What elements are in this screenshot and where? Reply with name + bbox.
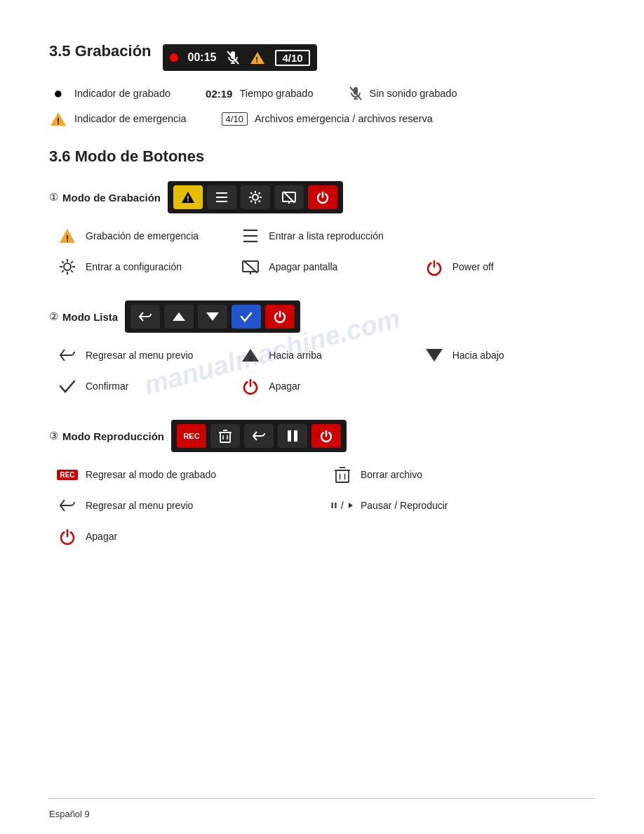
mode-3-header: ③ Modo Reproducción REC bbox=[49, 420, 595, 452]
legend-counter-label: Archivos emergencia / archivos reserva bbox=[255, 113, 433, 124]
feature-check-2: Confirmar bbox=[56, 375, 228, 397]
feature-menu: Entrar a lista reproducción bbox=[239, 225, 411, 247]
power-btn-3[interactable] bbox=[311, 424, 341, 448]
mode-3-num: ③ bbox=[49, 430, 58, 442]
mode-2-label: Modo Lista bbox=[62, 311, 118, 323]
status-bar: 00:15 ! 4/10 bbox=[163, 44, 317, 71]
mode-2-header: ② Modo Lista bbox=[49, 300, 595, 333]
mode-2-btn-bar bbox=[125, 300, 300, 333]
pause-btn-3[interactable] bbox=[278, 424, 307, 448]
mode-2-num: ② bbox=[49, 310, 58, 323]
feature-trash-3: Borrar archivo bbox=[331, 463, 595, 486]
feature-pause-3-label: Pausar / Reproducir bbox=[361, 500, 448, 511]
back-btn-3[interactable] bbox=[244, 424, 274, 448]
mode-3-label: Modo Reproducción bbox=[62, 430, 164, 442]
rec-badge-icon: REC bbox=[57, 470, 77, 480]
footer-text: Español 9 bbox=[49, 809, 90, 819]
svg-text:!: ! bbox=[187, 195, 189, 203]
trash-btn-3[interactable] bbox=[210, 424, 240, 448]
feature-back-3-label: Regresar al menu previo bbox=[86, 500, 193, 511]
feature-screen-label: Apagar pantalla bbox=[269, 261, 337, 272]
svg-text:!: ! bbox=[66, 234, 69, 244]
feature-emergency-label: Grabación de emergencia bbox=[86, 230, 199, 241]
svg-point-14 bbox=[253, 194, 258, 200]
section-35-title: 3.5 Grabación bbox=[49, 42, 152, 60]
legend-item-mic: Sin sonido grabado bbox=[349, 86, 457, 101]
section-36-title: 3.6 Modo de Botones bbox=[49, 147, 595, 166]
legend-section: ● Indicador de grabado 02:19 Tiempo grab… bbox=[49, 84, 595, 126]
legend-dot-label: Indicador de grabado bbox=[74, 88, 170, 99]
power-btn-2[interactable] bbox=[265, 305, 295, 329]
feature-up-2-label: Hacia arriba bbox=[269, 350, 321, 361]
feature-menu-label: Entrar a lista reproducción bbox=[269, 230, 383, 241]
legend-item-warning: ! Indicador de emergencia bbox=[49, 111, 187, 126]
legend-time-value: 02:19 bbox=[206, 88, 232, 100]
svg-rect-34 bbox=[294, 430, 297, 442]
svg-rect-28 bbox=[220, 432, 230, 442]
feature-rec-3: REC Regresar al modo de grabado bbox=[56, 463, 320, 486]
feature-screen: Apagar pantalla bbox=[239, 256, 411, 278]
svg-point-23 bbox=[64, 263, 71, 270]
mode-1-section: ① Modo de Grabación ! bbox=[49, 181, 595, 278]
feature-gear: Entrar a configuración bbox=[56, 256, 228, 278]
legend-mic-label: Sin sonido grabado bbox=[370, 88, 457, 99]
feature-gear-label: Entrar a configuración bbox=[86, 261, 182, 272]
rec-btn-3[interactable]: REC bbox=[177, 424, 206, 448]
feature-power-3: Apagar bbox=[56, 525, 320, 548]
warning-legend-icon: ! bbox=[50, 111, 67, 126]
feature-back-2-label: Regresar al menu previo bbox=[86, 350, 193, 361]
legend-item-dot: ● Indicador de grabado bbox=[49, 84, 170, 102]
feature-down-2-label: Hacia abajo bbox=[452, 350, 504, 361]
feature-down-2: Hacia abajo bbox=[423, 344, 595, 366]
section-36: 3.6 Modo de Botones ① Modo de Grabación … bbox=[49, 147, 595, 548]
back-btn-2[interactable] bbox=[130, 305, 160, 329]
legend-counter-value: 4/10 bbox=[222, 112, 248, 126]
mic-slash-icon bbox=[226, 50, 240, 65]
feature-up-2: Hacia arriba bbox=[239, 344, 411, 366]
feature-power-3-label: Apagar bbox=[86, 531, 117, 542]
feature-back-2: Regresar al menu previo bbox=[56, 344, 228, 366]
legend-item-time: 02:19 Tiempo grabado bbox=[206, 88, 313, 100]
feature-power-2-label: Apagar bbox=[269, 380, 300, 392]
legend-time-label: Tiempo grabado bbox=[239, 88, 313, 99]
status-time: 00:15 bbox=[188, 51, 217, 64]
legend-row-2: ! Indicador de emergencia 4/10 Archivos … bbox=[49, 111, 595, 126]
feature-trash-3-label: Borrar archivo bbox=[361, 469, 422, 480]
warning-icon: ! bbox=[250, 51, 265, 65]
feature-check-2-label: Confirmar bbox=[86, 380, 128, 392]
legend-row-1: ● Indicador de grabado 02:19 Tiempo grab… bbox=[49, 84, 595, 102]
mode-1-label: Modo de Grabación bbox=[62, 192, 161, 204]
emergency-btn[interactable]: ! bbox=[173, 185, 203, 209]
power-btn-1[interactable] bbox=[308, 185, 337, 209]
status-counter: 4/10 bbox=[275, 50, 309, 66]
feature-power-1: Power off bbox=[423, 256, 595, 278]
footer-divider bbox=[49, 798, 595, 799]
svg-rect-35 bbox=[336, 470, 349, 482]
legend-warning-label: Indicador de emergencia bbox=[74, 113, 187, 124]
mode-3-btn-bar: REC bbox=[171, 420, 347, 452]
mode-2-section: ② Modo Lista bbox=[49, 300, 595, 397]
check-btn-2[interactable] bbox=[232, 305, 261, 329]
rec-dot-icon bbox=[170, 53, 178, 62]
svg-rect-40 bbox=[332, 503, 333, 508]
down-btn-2[interactable] bbox=[198, 305, 227, 329]
up-btn-2[interactable] bbox=[164, 305, 194, 329]
feature-power-2: Apagar bbox=[239, 375, 411, 397]
screen-off-btn[interactable] bbox=[274, 185, 304, 209]
svg-rect-41 bbox=[335, 503, 336, 508]
gear-btn[interactable] bbox=[241, 185, 270, 209]
feature-emergency: ! Grabación de emergencia bbox=[56, 225, 228, 247]
feature-pause-3: / Pausar / Reproducir bbox=[331, 494, 595, 517]
footer-area: Español 9 bbox=[49, 798, 595, 820]
feature-power-1-label: Power off bbox=[452, 261, 494, 272]
feature-back-3: Regresar al menu previo bbox=[56, 494, 320, 517]
mode-1-btn-bar: ! bbox=[168, 181, 343, 213]
mic-slash-legend-icon bbox=[349, 86, 363, 101]
feature-rec-3-label: Regresar al modo de grabado bbox=[86, 469, 216, 480]
legend-item-counter: 4/10 Archivos emergencia / archivos rese… bbox=[222, 112, 433, 126]
svg-rect-33 bbox=[288, 430, 291, 442]
mode-1-num: ① bbox=[49, 191, 58, 204]
mode-3-section: ③ Modo Reproducción REC bbox=[49, 420, 595, 548]
menu-btn[interactable] bbox=[207, 185, 236, 209]
svg-text:!: ! bbox=[256, 55, 259, 64]
